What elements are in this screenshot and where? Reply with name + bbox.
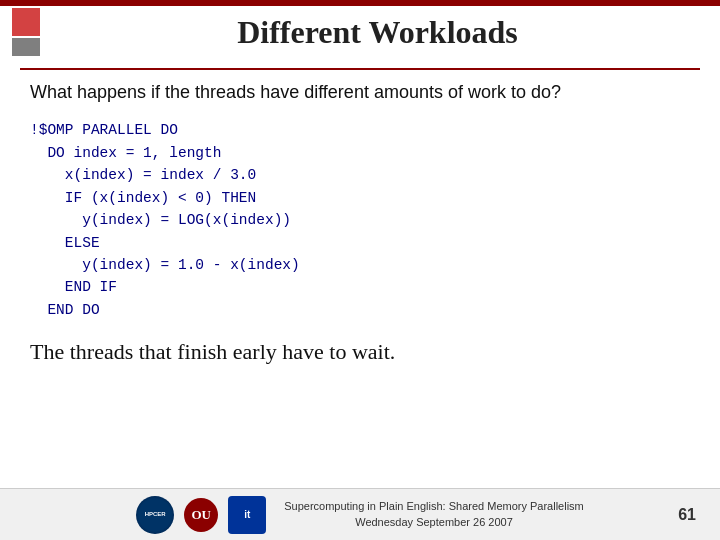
slide-title: Different Workloads	[55, 14, 700, 51]
slide: Different Workloads What happens if the …	[0, 0, 720, 540]
conclusion-text: The threads that finish early have to wa…	[30, 339, 690, 365]
footer-line2: Wednesday September 26 2007	[284, 515, 584, 530]
accent-square-red	[12, 8, 40, 36]
accent-square-gray	[12, 38, 40, 56]
ou-logo-text: OU	[191, 507, 211, 523]
footer-line1: Supercomputing in Plain English: Shared …	[284, 499, 584, 514]
slide-content: What happens if the threads have differe…	[30, 80, 690, 365]
top-accent-bar	[0, 0, 720, 6]
footer-bar: HPCER OU it Supercomputing in Plain Engl…	[0, 488, 720, 540]
footer-text: Supercomputing in Plain English: Shared …	[284, 499, 584, 530]
page-number: 61	[678, 506, 696, 524]
it-logo-text: it	[244, 509, 250, 520]
hpcer-logo: HPCER	[136, 496, 174, 534]
logos-container: HPCER OU it	[136, 496, 266, 534]
it-logo: it	[228, 496, 266, 534]
subtitle-text: What happens if the threads have differe…	[30, 80, 690, 105]
left-accent-decoration	[12, 8, 40, 56]
hpcer-logo-text: HPCER	[145, 511, 166, 518]
title-divider	[20, 68, 700, 70]
code-block: !$OMP PARALLEL DO DO index = 1, length x…	[30, 119, 690, 321]
ou-logo: OU	[184, 498, 218, 532]
